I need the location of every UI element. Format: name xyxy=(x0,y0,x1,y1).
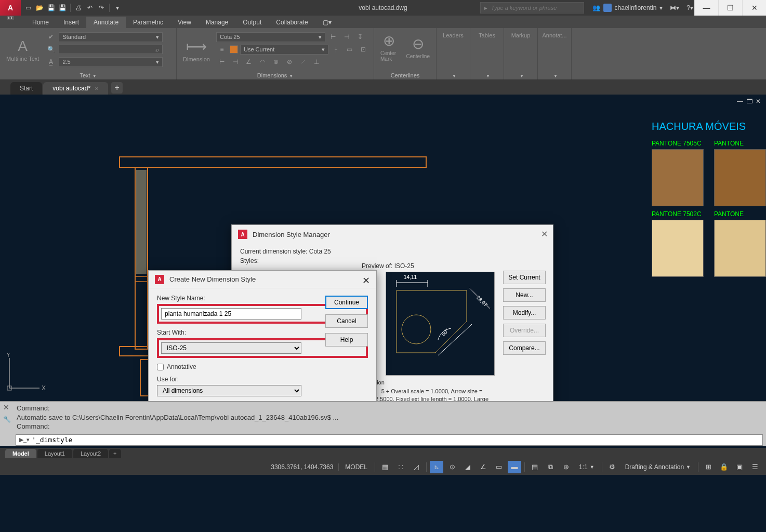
tab-featured[interactable]: ▢▾ xyxy=(315,17,339,28)
find-text-combo[interactable]: ⌕ xyxy=(59,45,163,54)
status-workspace[interactable]: Drafting & Annotation▼ xyxy=(621,463,695,471)
cnds-continue-button[interactable]: Continue xyxy=(325,296,368,309)
grid-toggle-icon[interactable]: ▦ xyxy=(378,461,392,473)
tab-parametric[interactable]: Parametric xyxy=(126,17,170,28)
check-spell-icon[interactable]: ✔ xyxy=(45,31,57,43)
diameter-icon[interactable]: ⊘ xyxy=(284,56,295,68)
ortho-toggle-icon[interactable]: ⊾ xyxy=(430,461,443,473)
angular-icon[interactable]: ∠ xyxy=(243,56,255,68)
customize-icon[interactable]: ☰ xyxy=(748,461,762,473)
vp-maximize-icon[interactable]: 🗖 xyxy=(746,98,752,105)
jogged-icon[interactable]: ⟋ xyxy=(297,56,309,68)
center-mark-button[interactable]: ⊕Center Mark xyxy=(376,30,402,64)
panel-label-text[interactable]: Text▼ xyxy=(80,72,96,78)
layout-tab-model[interactable]: Model xyxy=(5,449,36,458)
tab-manage[interactable]: Manage xyxy=(199,17,235,28)
polar-toggle-icon[interactable]: ⊙ xyxy=(445,461,459,473)
panel-label-dimensions[interactable]: Dimensions▼ xyxy=(257,72,293,78)
isodraft-icon[interactable]: ◢ xyxy=(461,461,474,473)
multiline-text-button[interactable]: A Multiline Text xyxy=(2,30,43,70)
dim-layer-combo[interactable]: Use Current▾ xyxy=(240,45,328,55)
cycling-icon[interactable]: ⧉ xyxy=(544,461,557,473)
cnds-help-button[interactable]: Help xyxy=(325,333,368,347)
open-icon[interactable]: 📂 xyxy=(35,3,44,12)
status-model[interactable]: MODEL xyxy=(341,463,372,471)
redo-icon[interactable]: ↷ xyxy=(97,3,106,12)
saveas-icon[interactable]: 💾 xyxy=(58,3,67,12)
osnap-toggle-icon[interactable]: ∠ xyxy=(477,461,490,473)
otrack-toggle-icon[interactable]: ▭ xyxy=(492,461,506,473)
quickprops-icon[interactable]: ⊞ xyxy=(702,461,715,473)
cnds-close-button[interactable]: ✕ xyxy=(362,275,370,286)
status-scale[interactable]: 1:1▼ xyxy=(575,463,599,471)
command-line[interactable]: ▶_▾ xyxy=(16,434,763,446)
close-button[interactable]: ✕ xyxy=(742,0,766,16)
infer-icon[interactable]: ◿ xyxy=(410,461,423,473)
dim-style-combo[interactable]: Cota 25▾ xyxy=(216,32,325,42)
chevron-down-icon[interactable]: ▾ xyxy=(659,4,663,11)
dim-btn5-icon[interactable]: ▭ xyxy=(344,44,355,55)
dim-btn4-icon[interactable]: ⟊ xyxy=(331,44,342,55)
dsm-titlebar[interactable]: A Dimension Style Manager ✕ xyxy=(232,225,553,244)
dsm-new-button[interactable]: New... xyxy=(503,288,546,302)
dim-btn6-icon[interactable]: ⊡ xyxy=(358,44,369,55)
dsm-set-current-button[interactable]: Set Current xyxy=(503,271,546,284)
dim-btn1-icon[interactable]: ⊢ xyxy=(327,31,339,43)
user-area[interactable]: 👥 chaelinfiorentin ▾ ⧓▾ ?▾ xyxy=(592,4,693,12)
aligned-icon[interactable]: ⊣ xyxy=(230,56,241,68)
cnds-annotative-checkbox[interactable]: Annotative xyxy=(157,363,368,370)
annotation-panel[interactable]: Annotat... xyxy=(540,30,569,41)
linear-icon[interactable]: ⊢ xyxy=(216,56,228,68)
arc-icon[interactable]: ◠ xyxy=(257,56,268,68)
qat-more-icon[interactable]: ▾ xyxy=(113,3,122,12)
doctab-add-button[interactable]: + xyxy=(111,82,123,94)
undo-icon[interactable]: ↶ xyxy=(85,3,95,12)
cnds-use-select[interactable]: All dimensions xyxy=(157,385,301,396)
dim-btn3-icon[interactable]: ↧ xyxy=(354,31,366,43)
leaders-panel[interactable]: Leaders xyxy=(439,30,468,41)
text-a-icon[interactable]: A̲ xyxy=(45,56,57,68)
find-icon[interactable]: 🔍 xyxy=(45,44,57,55)
search-box[interactable]: ▸ xyxy=(480,2,584,14)
help-icon[interactable]: ?▾ xyxy=(686,4,693,11)
lock-ui-icon[interactable]: 🔒 xyxy=(717,461,731,473)
layout-tab-2[interactable]: Layout2 xyxy=(73,449,108,458)
dim-btn2-icon[interactable]: ⊣ xyxy=(341,31,352,43)
share-icon[interactable]: ⧓▾ xyxy=(670,4,679,11)
new-icon[interactable]: ▭ xyxy=(23,3,33,12)
layout-tab-1[interactable]: Layout1 xyxy=(37,449,72,458)
tab-output[interactable]: Output xyxy=(235,17,269,28)
annotative-checkbox-input[interactable] xyxy=(157,364,164,370)
save-icon[interactable]: 💾 xyxy=(46,3,56,12)
lineweight-toggle-icon[interactable]: ▬ xyxy=(508,461,521,473)
isolate-icon[interactable]: ▣ xyxy=(733,461,746,473)
tab-annotate[interactable]: Annotate xyxy=(86,17,126,28)
cnds-start-select[interactable]: ISO-25 xyxy=(161,342,301,354)
annomonitor-icon[interactable]: ⊕ xyxy=(559,461,573,473)
ordinate-icon[interactable]: ⊥ xyxy=(311,56,322,68)
drawing-canvas[interactable]: — 🗖 ✕ HACHURA MÓVEIS PANTONE 7505C PANTO… xyxy=(0,95,766,401)
tab-home[interactable]: Home xyxy=(25,17,56,28)
tab-collaborate[interactable]: Collaborate xyxy=(269,17,315,28)
tab-insert[interactable]: Insert xyxy=(56,17,86,28)
minimize-button[interactable]: — xyxy=(694,0,718,16)
transparency-icon[interactable]: ▤ xyxy=(528,461,542,473)
markup-panel[interactable]: Markup xyxy=(506,30,535,41)
cnds-titlebar[interactable]: A Create New Dimension Style ✕ xyxy=(149,271,376,288)
tab-view[interactable]: View xyxy=(170,17,199,28)
doctab-active[interactable]: vobi autocad*✕ xyxy=(43,82,108,95)
dsm-modify-button[interactable]: Modify... xyxy=(503,306,546,320)
centerline-button[interactable]: ⊖Centerline xyxy=(402,30,434,64)
cmd-settings-icon[interactable]: 🔧 xyxy=(3,415,11,423)
command-input[interactable] xyxy=(32,436,759,444)
dsm-close-button[interactable]: ✕ xyxy=(541,229,548,239)
text-height-combo[interactable]: 2.5▾ xyxy=(59,57,163,67)
search-input[interactable] xyxy=(491,5,584,11)
cnds-name-input[interactable] xyxy=(161,308,301,320)
text-style-combo[interactable]: Standard▾ xyxy=(59,32,163,42)
plot-icon[interactable]: 🖨 xyxy=(74,3,83,12)
dsm-compare-button[interactable]: Compare... xyxy=(503,341,546,355)
cnds-cancel-button[interactable]: Cancel xyxy=(325,314,368,328)
vp-minimize-icon[interactable]: — xyxy=(737,98,743,105)
cmd-close-icon[interactable]: ✕ xyxy=(3,403,9,413)
